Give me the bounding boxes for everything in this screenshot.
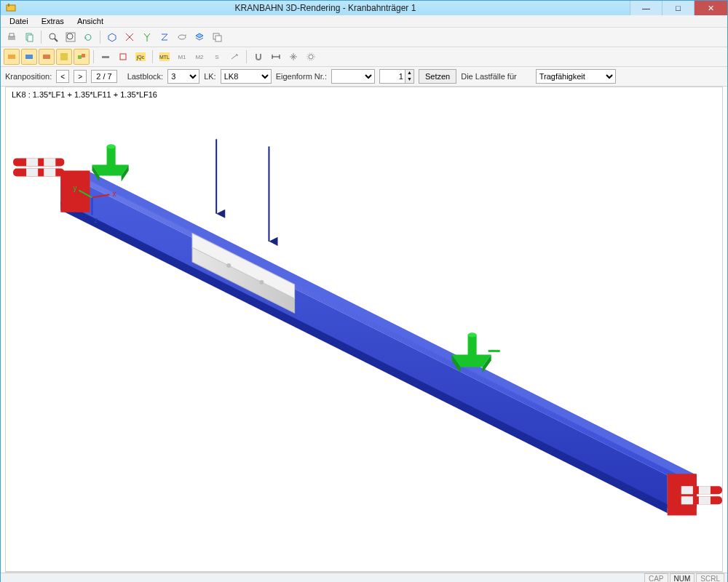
copy-icon[interactable]	[21, 29, 37, 45]
mode-5-icon[interactable]	[74, 49, 90, 65]
svg-rect-62	[468, 335, 477, 355]
svg-marker-37	[60, 172, 667, 508]
eigenform-label: Eigenform Nr.:	[276, 72, 327, 81]
status-scrl: SCRL	[696, 573, 724, 582]
position-value: 2 / 7	[91, 70, 116, 83]
svg-point-6	[50, 33, 55, 39]
dimension-icon[interactable]	[268, 49, 284, 65]
svg-point-63	[468, 332, 477, 337]
controlbar: Kranposition: < > 2 / 7 Lastblock: 3 LK:…	[1, 67, 727, 87]
svg-line-7	[55, 39, 58, 41]
svg-rect-19	[78, 55, 82, 59]
statusbar: CAP NUM SCRL	[1, 573, 727, 582]
svg-point-12	[178, 35, 186, 39]
svg-rect-53	[699, 496, 711, 504]
zoom-icon[interactable]	[45, 29, 61, 45]
menu-extras[interactable]: Extras	[36, 15, 70, 27]
svg-marker-47	[668, 474, 697, 515]
opt-m1-icon[interactable]: M1	[174, 49, 190, 65]
svg-rect-5	[28, 35, 33, 41]
svg-rect-51	[671, 496, 722, 504]
spin-down-icon[interactable]: ▼	[405, 76, 414, 83]
svg-rect-16	[25, 55, 33, 59]
eigenform-number-spinner[interactable]: ▲▼	[379, 69, 414, 84]
svg-rect-14	[215, 36, 221, 41]
3d-viewport[interactable]: x y z	[6, 87, 722, 571]
eigenform-number-input[interactable]	[380, 72, 405, 81]
print-icon[interactable]	[4, 29, 20, 45]
spin-up-icon[interactable]: ▲	[405, 70, 414, 76]
toolbar-secondary: jQc MTL M1 M2 S	[1, 47, 727, 67]
copy-view-icon[interactable]	[209, 29, 225, 45]
lastfalle-text: Die Lastfälle für	[461, 72, 516, 81]
lastblock-select[interactable]: 3	[167, 69, 199, 84]
app-window: KRANBAHN 3D-Rendering - Kranbahnträger 1…	[0, 0, 728, 582]
svg-marker-39	[90, 172, 696, 484]
beam-icon[interactable]	[98, 49, 114, 65]
separator	[100, 31, 100, 44]
opt-m2-icon[interactable]: M2	[191, 49, 207, 65]
menu-ansicht[interactable]: Ansicht	[71, 15, 109, 27]
prev-position-button[interactable]: <	[56, 70, 69, 83]
svg-rect-9	[66, 33, 75, 41]
svg-rect-42	[26, 158, 38, 166]
mode-1-icon[interactable]	[4, 49, 20, 65]
app-icon	[5, 2, 17, 14]
svg-rect-0	[7, 5, 15, 11]
kranposition-label: Kranposition:	[5, 72, 52, 81]
view-y-icon[interactable]	[139, 29, 155, 45]
opt-s-icon[interactable]: S	[209, 49, 225, 65]
rotate-icon[interactable]	[174, 29, 190, 45]
view-x-icon[interactable]	[122, 29, 138, 45]
mode-3-icon[interactable]	[39, 49, 55, 65]
svg-point-8	[67, 33, 73, 39]
view-z-icon[interactable]	[157, 29, 173, 45]
svg-rect-18	[60, 53, 68, 60]
mode-4-icon[interactable]	[56, 49, 72, 65]
svg-rect-3	[9, 33, 14, 36]
setzen-button[interactable]: Setzen	[419, 69, 456, 84]
zoom-extents-icon[interactable]	[63, 29, 79, 45]
section-icon[interactable]	[115, 49, 131, 65]
eigenform-select[interactable]	[331, 69, 375, 84]
svg-rect-15	[8, 55, 15, 59]
right-support-end	[668, 474, 722, 515]
separator	[152, 50, 153, 63]
svg-rect-52	[681, 496, 693, 504]
close-button[interactable]: ✕	[694, 1, 727, 15]
lk-select[interactable]: LK8	[221, 69, 272, 84]
settings-icon[interactable]	[303, 49, 319, 65]
svg-rect-22	[120, 54, 126, 60]
refresh-icon[interactable]	[80, 29, 96, 45]
svg-rect-45	[26, 168, 38, 176]
axis-y-label: y	[73, 184, 76, 192]
svg-text:M1: M1	[178, 54, 186, 60]
svg-point-68	[259, 280, 264, 284]
svg-rect-41	[13, 158, 64, 166]
minimize-button[interactable]: —	[630, 1, 662, 15]
pan-icon[interactable]	[285, 49, 301, 65]
green-support-right	[451, 332, 499, 372]
menubar: Datei Extras Ansicht	[1, 15, 727, 28]
view-iso-icon[interactable]	[104, 29, 120, 45]
mtl-icon[interactable]: MTL	[157, 49, 173, 65]
opt-arrow-icon[interactable]	[226, 49, 242, 65]
maximize-button[interactable]: □	[662, 1, 694, 15]
axis-x-label: x	[113, 190, 116, 198]
svg-rect-46	[44, 168, 55, 176]
lk-label: LK:	[204, 72, 216, 81]
separator	[246, 50, 247, 63]
magnet-icon[interactable]	[250, 49, 266, 65]
joc-icon[interactable]: jQc	[132, 49, 149, 65]
layers-icon[interactable]	[191, 29, 207, 45]
next-position-button[interactable]: >	[74, 70, 87, 83]
svg-rect-49	[681, 486, 693, 494]
svg-point-33	[309, 55, 313, 59]
tragfahigkeit-select[interactable]: Tragfähigkeit	[536, 69, 616, 84]
window-title: KRANBAHN 3D-Rendering - Kranbahnträger 1	[21, 3, 630, 13]
svg-rect-50	[699, 486, 711, 494]
svg-point-67	[226, 263, 231, 268]
menu-datei[interactable]: Datei	[4, 15, 34, 27]
window-buttons: — □ ✕	[630, 1, 727, 15]
mode-2-icon[interactable]	[21, 49, 37, 65]
